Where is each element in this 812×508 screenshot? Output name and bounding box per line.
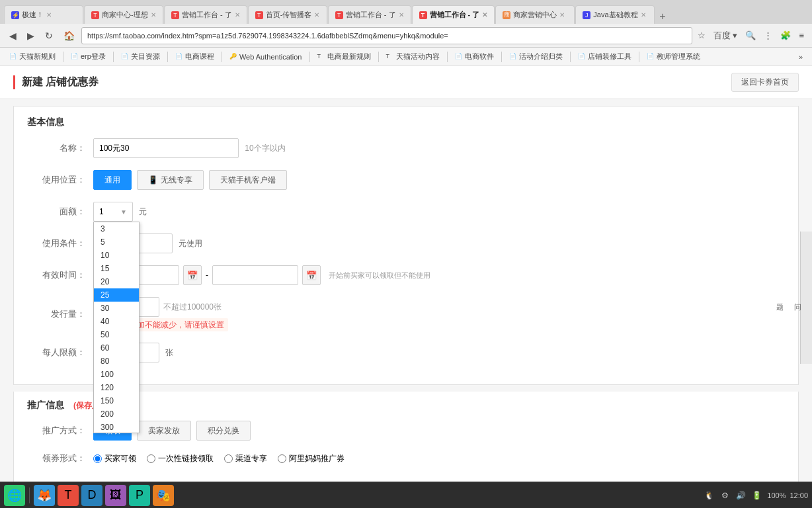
radio-alimama-input[interactable]: [278, 454, 286, 463]
dropdown-item-20[interactable]: 20: [94, 275, 139, 288]
bookmark-erp[interactable]: 📄erp登录: [67, 50, 110, 63]
dropdown-item-200[interactable]: 200: [94, 407, 139, 421]
radio-channel[interactable]: 渠道专享: [224, 453, 267, 464]
date-separator: -: [206, 271, 208, 280]
dropdown-item-30[interactable]: 30: [94, 302, 139, 315]
new-tab-button[interactable]: +: [655, 9, 669, 24]
bookmark-tianmao-rules[interactable]: 📄天猫新规则: [5, 50, 60, 63]
bookmarks-more[interactable]: »: [795, 51, 807, 63]
dropdown-item-10[interactable]: 10: [94, 249, 139, 262]
search-engine-label: 百度: [713, 30, 731, 40]
radio-buyer-collect[interactable]: 买家可领: [93, 453, 136, 464]
bookmark-decoration[interactable]: 📄店铺装修工具: [574, 50, 635, 63]
extensions-button[interactable]: 🧩: [778, 29, 793, 42]
tab-close-4[interactable]: ✕: [314, 11, 319, 19]
more-button[interactable]: ≡: [796, 29, 807, 42]
amount-select[interactable]: 1 ▼: [93, 202, 133, 222]
bookmark-icon-4: 📄: [175, 53, 183, 61]
back-to-coupon-btn[interactable]: 返回卡券首页: [731, 73, 799, 92]
search-engine-select[interactable]: 百度 ▾: [711, 28, 741, 43]
radio-one-time-link-label: 一次性链接领取: [158, 453, 214, 464]
promo-method-btn-seller[interactable]: 卖家发放: [137, 421, 191, 441]
dropdown-item-60[interactable]: 60: [94, 341, 139, 355]
dropdown-item-50[interactable]: 50: [94, 328, 139, 341]
tab-1[interactable]: ⚡ 极速！ ✕: [4, 5, 83, 24]
bookmark-sep-7: [447, 52, 448, 62]
bookmark-icon-10: 📄: [578, 53, 586, 61]
tab-close-2[interactable]: ✕: [151, 11, 156, 19]
dropdown-item-120[interactable]: 120: [94, 381, 139, 394]
home-button[interactable]: 🏠: [60, 28, 79, 43]
tab-close-8[interactable]: ✕: [641, 11, 646, 19]
address-bar[interactable]: https://smf.taobao.com/index.htm?spm=a1z…: [81, 27, 692, 44]
dropdown-item-80[interactable]: 80: [94, 355, 139, 368]
tab-close-3[interactable]: ✕: [235, 11, 240, 19]
taskbar-app-6[interactable]: 🎭: [153, 485, 174, 506]
menu-button[interactable]: ⋮: [761, 29, 775, 42]
refresh-button[interactable]: ↻: [41, 28, 57, 43]
dropdown-item-5[interactable]: 5: [94, 235, 139, 249]
dropdown-item-100[interactable]: 100: [94, 368, 139, 381]
dropdown-item-40[interactable]: 40: [94, 315, 139, 328]
bookmark-sep-6: [378, 52, 379, 62]
dropdown-item-3[interactable]: 3: [94, 222, 139, 235]
bookmark-new-rules[interactable]: T电商最新规则: [313, 50, 375, 63]
position-btn-wireless[interactable]: 📱无线专享: [137, 170, 204, 190]
taskbar-app-3[interactable]: D: [81, 485, 102, 506]
tab-favicon-6: T: [419, 11, 427, 19]
radio-alimama[interactable]: 阿里妈妈推广券: [278, 453, 345, 464]
taskbar-app-4[interactable]: 🖼: [105, 485, 126, 506]
bookmark-web-auth[interactable]: 🔑Web Authentication: [225, 52, 306, 62]
validity-end-input[interactable]: [212, 265, 298, 285]
search-button[interactable]: 🔍: [743, 29, 758, 42]
bookmark-software[interactable]: 📄电商软件: [451, 50, 498, 63]
bookmark-activity[interactable]: T天猫活动内容: [382, 50, 444, 63]
promo-method-btn-points[interactable]: 积分兑换: [196, 421, 251, 441]
bookmark-star[interactable]: ☆: [695, 29, 708, 42]
tab-4[interactable]: T 首页-传智播客 ✕: [248, 5, 327, 24]
bookmark-resources[interactable]: 📄关目资源: [117, 50, 164, 63]
sys-icon-4[interactable]: 🔋: [750, 489, 763, 502]
name-input[interactable]: [93, 138, 239, 158]
position-btn-tmall[interactable]: 天猫手机客户端: [209, 170, 287, 190]
sys-icon-2[interactable]: ⚙: [718, 489, 731, 502]
forward-button[interactable]: ▶: [23, 28, 38, 43]
tab-7[interactable]: 商 商家营销中心 ✕: [495, 5, 575, 24]
radio-one-time-link[interactable]: 一次性链接领取: [147, 453, 214, 464]
sys-icon-1[interactable]: 🐧: [702, 489, 715, 502]
tab-8[interactable]: J Java基础教程 ✕: [575, 5, 655, 24]
coupon-form-row: 领券形式： 买家可领 一次性链接领取 渠道专享: [27, 452, 785, 464]
back-button[interactable]: ◀: [5, 28, 20, 43]
per-limit-row: 每人限额： 张: [27, 343, 785, 362]
dropdown-item-15[interactable]: 15: [94, 262, 139, 275]
amount-dropdown[interactable]: 3 5 10 15 20 25 30 40 50 60 80 100 120 1…: [93, 222, 140, 433]
taskbar-app-5[interactable]: P: [129, 485, 150, 506]
tab-favicon-2: T: [91, 11, 99, 19]
start-calendar-icon[interactable]: 📅: [183, 265, 202, 285]
taskbar-app-2[interactable]: T: [58, 485, 79, 506]
coupon-form-label: 领券形式：: [27, 452, 93, 464]
bookmark-ecommerce-course[interactable]: 📄电商课程: [171, 50, 218, 63]
taskbar-app-1[interactable]: 🦊: [34, 485, 55, 506]
bookmark-teacher-system[interactable]: 📄教师管理系统: [643, 50, 704, 63]
end-calendar-icon[interactable]: 📅: [302, 265, 321, 285]
dropdown-item-25[interactable]: 25: [94, 288, 139, 302]
tab-3[interactable]: T 营销工作台 - 了 ✕: [164, 5, 247, 24]
tab-close-7[interactable]: ✕: [559, 11, 565, 19]
radio-one-time-link-input[interactable]: [147, 454, 155, 463]
taskbar-start-icon[interactable]: 🌐: [4, 485, 25, 506]
radio-channel-input[interactable]: [224, 454, 233, 463]
tab-5[interactable]: T 营销工作台 - 了 ✕: [328, 5, 411, 24]
dropdown-item-300[interactable]: 300: [94, 421, 139, 433]
position-btn-general[interactable]: 通用: [93, 170, 132, 190]
bookmark-activity-intro[interactable]: 📄活动介绍归类: [505, 50, 567, 63]
sys-icon-3[interactable]: 🔊: [734, 489, 747, 502]
tab-2[interactable]: T 商家中心-理想 ✕: [84, 5, 163, 24]
tab-close-6[interactable]: ✕: [482, 11, 487, 19]
tab-6[interactable]: T 营销工作台 - 了 ✕: [412, 5, 495, 24]
validity-hint: 开始前买家可以领取但不能使用: [329, 271, 430, 280]
tab-close-5[interactable]: ✕: [399, 11, 404, 19]
dropdown-item-150[interactable]: 150: [94, 394, 139, 407]
radio-buyer-collect-input[interactable]: [93, 454, 102, 463]
tab-close-1[interactable]: ✕: [46, 11, 52, 19]
